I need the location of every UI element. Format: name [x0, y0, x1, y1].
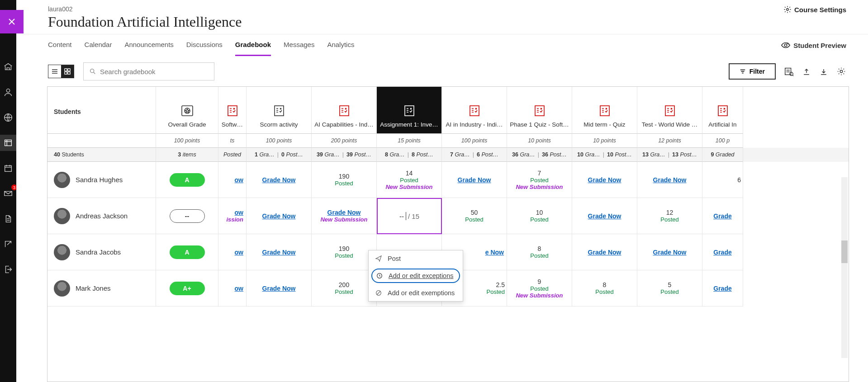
grade-cell[interactable]: Grade Now: [572, 234, 637, 270]
score-value: 10: [536, 209, 543, 216]
overall-grade-cell[interactable]: --: [156, 198, 218, 234]
col-header[interactable]: Test - World Wide …: [637, 87, 702, 134]
col-header[interactable]: Softw…: [218, 87, 247, 134]
col-header[interactable]: Artificial In: [702, 87, 743, 134]
grade-cell[interactable]: ow: [218, 270, 247, 307]
course-settings-button[interactable]: Course Settings: [783, 5, 846, 14]
download-icon[interactable]: [819, 67, 828, 76]
grade-cell[interactable]: 12Posted: [637, 198, 702, 234]
upload-icon[interactable]: [802, 67, 811, 76]
grade-cell[interactable]: 200Posted: [312, 270, 377, 307]
ctx-post[interactable]: Post: [369, 250, 463, 267]
grade-cell[interactable]: 50Posted: [442, 198, 507, 234]
grade-cell[interactable]: Grade Now: [247, 198, 312, 234]
col-header[interactable]: AI in Industry - Indi…: [442, 87, 507, 134]
messages-icon[interactable]: [0, 185, 16, 202]
student-cell[interactable]: Sandra Hughes: [47, 162, 156, 198]
grade-cell[interactable]: 9PostedNew Submission: [507, 270, 572, 307]
grade-cell[interactable]: Grade: [702, 198, 743, 234]
institution-icon[interactable]: [0, 59, 16, 75]
profile-icon[interactable]: [0, 84, 16, 100]
grade-cell[interactable]: Grade Now: [247, 162, 312, 198]
grade-cell[interactable]: Grade: [702, 270, 743, 307]
ctx-add-exceptions[interactable]: Add or edit exceptions: [371, 269, 460, 283]
assignment-icon: [226, 104, 239, 118]
grade-now-link[interactable]: Grade: [713, 285, 731, 292]
list-view-button[interactable]: [48, 65, 61, 78]
grade-now-link[interactable]: Grade Now: [458, 176, 491, 184]
grade-cell[interactable]: owission: [218, 198, 247, 234]
grade-cell[interactable]: Grade Now: [637, 234, 702, 270]
tab-analytics[interactable]: Analytics: [327, 34, 354, 56]
grade-cell[interactable]: Grade Now: [637, 162, 702, 198]
tab-calendar[interactable]: Calendar: [85, 34, 112, 56]
ctx-add-exemptions[interactable]: Add or edit exemptions: [369, 285, 463, 301]
grade-cell[interactable]: Grade: [702, 234, 743, 270]
grade-cell[interactable]: Grade Now: [247, 270, 312, 307]
student-preview-button[interactable]: Student Preview: [781, 41, 846, 49]
vertical-scrollbar[interactable]: [841, 177, 848, 358]
student-cell[interactable]: Andreas Jackson: [47, 198, 156, 234]
grade-cell[interactable]: 14PostedNew Submission: [377, 162, 442, 198]
student-cell[interactable]: Sandra Jacobs: [47, 234, 156, 270]
student-cell[interactable]: Mark Jones: [47, 270, 156, 307]
grade-cell[interactable]: -- / 15: [377, 198, 442, 234]
settings-gear-icon[interactable]: [836, 66, 846, 76]
col-header[interactable]: Phase 1 Quiz - Soft…: [507, 87, 572, 134]
grade-cell[interactable]: Grade NowNew Submission: [312, 198, 377, 234]
grade-now-link[interactable]: Grade Now: [653, 249, 687, 256]
col-header[interactable]: Assignment 1: Inve…: [377, 87, 442, 134]
grade-now-link[interactable]: Grade Now: [262, 249, 296, 256]
grade-cell[interactable]: 5Posted: [637, 270, 702, 307]
grid-view-button[interactable]: [61, 65, 74, 78]
globe-icon[interactable]: [0, 109, 16, 126]
compose-icon[interactable]: [0, 236, 16, 252]
gradebook-nav-icon[interactable]: [0, 135, 16, 151]
grade-now-link[interactable]: Grade Now: [327, 209, 361, 216]
grade-cell[interactable]: Grade Now: [442, 162, 507, 198]
tab-discussions[interactable]: Discussions: [186, 34, 223, 56]
col-header[interactable]: Scorm activity: [247, 87, 312, 134]
grade-now-link[interactable]: Grade: [713, 249, 731, 256]
search-field[interactable]: [83, 62, 214, 80]
tab-announcements[interactable]: Announcements: [124, 34, 173, 56]
col-header[interactable]: Mid term - Quiz: [572, 87, 637, 134]
grade-cell[interactable]: 10Posted: [507, 198, 572, 234]
calendar-icon[interactable]: [0, 160, 16, 176]
grade-now-link[interactable]: Grade Now: [588, 212, 621, 220]
overall-grade-cell[interactable]: A: [156, 162, 218, 198]
grade-now-link[interactable]: Grade Now: [588, 176, 621, 184]
grade-input[interactable]: -- / 15: [399, 212, 419, 220]
grade-cell[interactable]: 190Posted: [312, 234, 377, 270]
overall-grade-cell[interactable]: A+: [156, 270, 218, 307]
grade-cell[interactable]: ow: [218, 234, 247, 270]
signout-icon[interactable]: [0, 261, 16, 278]
grade-now-link[interactable]: Grade Now: [262, 176, 296, 184]
tab-messages[interactable]: Messages: [284, 34, 314, 56]
grade-cell[interactable]: 8Posted: [572, 270, 637, 307]
grade-cell[interactable]: 6: [702, 162, 743, 198]
col-header[interactable]: AI Capabilities - Ind…: [312, 87, 377, 134]
grade-cell[interactable]: 190Posted: [312, 162, 377, 198]
tab-content[interactable]: Content: [48, 34, 72, 56]
grade-now-link[interactable]: Grade Now: [262, 212, 296, 220]
grade-cell[interactable]: ow: [218, 162, 247, 198]
filter-button[interactable]: Filter: [729, 63, 776, 80]
grade-cell[interactable]: 8Posted: [507, 234, 572, 270]
overall-grade-cell[interactable]: A: [156, 234, 218, 270]
grade-now-link[interactable]: Grade Now: [653, 176, 687, 184]
grade-cell[interactable]: Grade Now: [572, 198, 637, 234]
search-input[interactable]: [100, 68, 209, 75]
tab-gradebook[interactable]: Gradebook: [235, 34, 271, 56]
grade-cell[interactable]: Grade Now: [572, 162, 637, 198]
col-header[interactable]: Overall Grade: [156, 87, 218, 134]
grade-cell[interactable]: 7PostedNew Submission: [507, 162, 572, 198]
search-history-icon[interactable]: [784, 66, 794, 76]
grade-now-link[interactable]: Grade Now: [588, 249, 621, 256]
grade-cell[interactable]: Grade Now: [247, 234, 312, 270]
grade-now-link[interactable]: Grade Now: [262, 285, 296, 292]
col-students[interactable]: Students: [47, 87, 156, 134]
grade-now-link[interactable]: Grade: [713, 212, 731, 220]
document-icon[interactable]: [0, 211, 16, 227]
close-panel-button[interactable]: [0, 10, 24, 33]
